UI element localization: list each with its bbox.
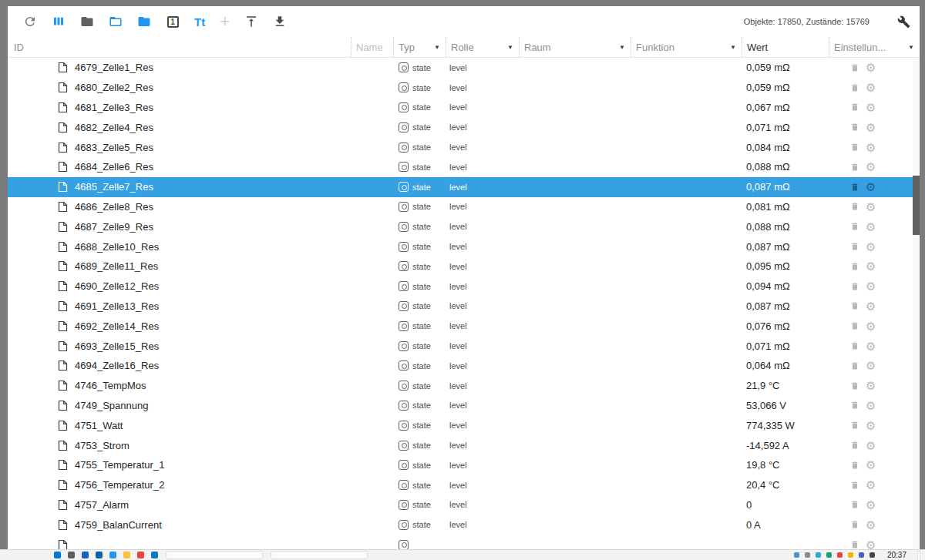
taskbar-app-icon[interactable] bbox=[54, 552, 61, 558]
filter-dropdown-icon[interactable]: ▼ bbox=[908, 44, 914, 51]
delete-icon[interactable] bbox=[850, 539, 859, 549]
delete-icon[interactable] bbox=[850, 440, 859, 451]
settings-gear-icon[interactable]: ⚙ bbox=[866, 519, 876, 531]
column-header-wert[interactable]: Wert bbox=[742, 37, 829, 57]
refresh-icon[interactable] bbox=[23, 15, 37, 29]
delete-icon[interactable] bbox=[850, 480, 859, 491]
settings-gear-icon[interactable]: ⚙ bbox=[866, 122, 876, 133]
settings-gear-icon[interactable]: ⚙ bbox=[866, 221, 876, 233]
table-row[interactable]: 4685_Zelle7_Res state level 0,087 mΩ ⚙ bbox=[8, 177, 920, 197]
delete-icon[interactable] bbox=[850, 182, 859, 193]
table-row[interactable]: 4751_Watt state level 774,335 W ⚙ bbox=[8, 415, 920, 435]
table-row[interactable]: 4690_Zelle12_Res state level 0,094 mΩ ⚙ bbox=[8, 277, 920, 297]
settings-gear-icon[interactable]: ⚙ bbox=[866, 360, 876, 371]
settings-gear-icon[interactable]: ⚙ bbox=[866, 142, 876, 153]
settings-gear-icon[interactable]: ⚙ bbox=[866, 400, 876, 411]
table-row[interactable]: ⚙ bbox=[8, 535, 920, 549]
table-row[interactable]: 4759_BalanCurrent state level 0 A ⚙ bbox=[8, 515, 920, 535]
taskbar-app-icon[interactable] bbox=[794, 552, 799, 558]
column-header-einstellungen[interactable]: Einstellun...▼ bbox=[829, 37, 920, 57]
columns-icon[interactable] bbox=[52, 15, 66, 29]
delete-icon[interactable] bbox=[850, 261, 859, 272]
table-row[interactable]: 4679_Zelle1_Res state level 0,059 mΩ ⚙ bbox=[8, 58, 920, 78]
filter-dropdown-icon[interactable]: ▼ bbox=[507, 44, 513, 51]
text-format-icon[interactable]: Tt bbox=[194, 15, 205, 29]
table-row[interactable]: 4746_TempMos state level 21,9 °C ⚙ bbox=[8, 376, 920, 396]
taskbar-app-icon[interactable] bbox=[151, 552, 158, 558]
settings-gear-icon[interactable]: ⚙ bbox=[866, 241, 876, 253]
folder-blue-icon[interactable] bbox=[137, 15, 151, 29]
delete-icon[interactable] bbox=[850, 519, 859, 530]
settings-gear-icon[interactable]: ⚙ bbox=[866, 181, 876, 193]
taskbar-app-icon[interactable] bbox=[123, 552, 130, 558]
delete-icon[interactable] bbox=[850, 381, 859, 391]
delete-icon[interactable] bbox=[850, 340, 859, 351]
table-row[interactable]: 4681_Zelle3_Res state level 0,067 mΩ ⚙ bbox=[8, 98, 920, 118]
filter-dropdown-icon[interactable]: ▼ bbox=[619, 44, 625, 51]
settings-gear-icon[interactable]: ⚙ bbox=[866, 102, 876, 113]
collapse-to-top-icon[interactable] bbox=[244, 15, 258, 29]
settings-gear-icon[interactable]: ⚙ bbox=[866, 440, 876, 451]
column-header-typ[interactable]: Typ▼ bbox=[393, 37, 446, 57]
folder-closed-icon[interactable] bbox=[80, 15, 94, 29]
table-row[interactable]: 4688_Zelle10_Res state level 0,087 mΩ ⚙ bbox=[8, 236, 920, 257]
taskbar-app-icon[interactable] bbox=[848, 552, 853, 558]
delete-icon[interactable] bbox=[850, 241, 859, 252]
column-header-raum[interactable]: Raum▼ bbox=[519, 37, 631, 57]
table-row[interactable]: 4682_Zelle4_Res state level 0,071 mΩ ⚙ bbox=[8, 117, 920, 137]
taskbar-app-icon[interactable] bbox=[870, 552, 875, 558]
table-row[interactable]: 4691_Zelle13_Res state level 0,087 mΩ ⚙ bbox=[8, 297, 920, 317]
column-header-name[interactable]: Name bbox=[351, 37, 393, 57]
delete-icon[interactable] bbox=[850, 460, 859, 471]
table-row[interactable]: 4749_Spannung state level 53,066 V ⚙ bbox=[8, 396, 920, 416]
taskbar-app-icon[interactable] bbox=[82, 552, 89, 558]
settings-gear-icon[interactable]: ⚙ bbox=[866, 260, 876, 272]
settings-gear-icon[interactable]: ⚙ bbox=[866, 201, 876, 213]
filter-dropdown-icon[interactable]: ▼ bbox=[730, 44, 736, 51]
settings-gear-icon[interactable]: ⚙ bbox=[866, 82, 876, 93]
settings-gear-icon[interactable]: ⚙ bbox=[866, 459, 876, 471]
delete-icon[interactable] bbox=[850, 281, 859, 292]
table-row[interactable]: 4693_Zelle15_Res state level 0,071 mΩ ⚙ bbox=[8, 336, 920, 356]
taskbar-app-icon[interactable] bbox=[805, 552, 810, 558]
delete-icon[interactable] bbox=[850, 162, 859, 173]
taskbar-window-button[interactable] bbox=[166, 551, 263, 559]
table-row[interactable]: 4680_Zelle2_Res state level 0,059 mΩ ⚙ bbox=[8, 78, 920, 98]
taskbar-window-button[interactable] bbox=[271, 551, 368, 559]
settings-gear-icon[interactable]: ⚙ bbox=[866, 320, 876, 332]
taskbar-app-icon[interactable] bbox=[816, 552, 821, 558]
taskbar-app-icon[interactable] bbox=[859, 552, 864, 558]
settings-gear-icon[interactable]: ⚙ bbox=[866, 380, 876, 391]
delete-icon[interactable] bbox=[850, 122, 859, 132]
delete-icon[interactable] bbox=[850, 420, 859, 431]
delete-icon[interactable] bbox=[850, 201, 859, 212]
taskbar-app-icon[interactable] bbox=[68, 552, 75, 558]
delete-icon[interactable] bbox=[850, 142, 859, 153]
table-row[interactable]: 4686_Zelle8_Res state level 0,081 mΩ ⚙ bbox=[8, 197, 920, 217]
taskbar-app-icon[interactable] bbox=[109, 552, 116, 558]
settings-gear-icon[interactable]: ⚙ bbox=[866, 539, 876, 549]
scrollbar-track[interactable] bbox=[913, 58, 920, 549]
table-row[interactable]: 4683_Zelle5_Res state level 0,084 mΩ ⚙ bbox=[8, 137, 920, 157]
settings-gear-icon[interactable]: ⚙ bbox=[866, 300, 876, 312]
delete-icon[interactable] bbox=[850, 221, 859, 232]
add-object-icon[interactable]: + bbox=[220, 15, 230, 29]
download-icon[interactable] bbox=[273, 15, 287, 29]
table-row[interactable]: 4687_Zelle9_Res state level 0,088 mΩ ⚙ bbox=[8, 216, 920, 236]
taskbar-app-icon[interactable] bbox=[826, 552, 832, 558]
table-row[interactable]: 4684_Zelle6_Res state level 0,088 mΩ ⚙ bbox=[8, 157, 920, 177]
taskbar-app-icon[interactable] bbox=[137, 552, 144, 558]
taskbar-app-icon[interactable] bbox=[96, 552, 103, 558]
column-header-funktion[interactable]: Funktion▼ bbox=[631, 37, 742, 57]
show-desktop-button[interactable] bbox=[917, 551, 920, 559]
delete-icon[interactable] bbox=[850, 62, 859, 73]
settings-gear-icon[interactable]: ⚙ bbox=[866, 499, 876, 511]
taskbar-app-icon[interactable] bbox=[837, 552, 843, 558]
settings-gear-icon[interactable]: ⚙ bbox=[866, 420, 876, 431]
table-row[interactable]: 4756_Temperatur_2 state level 20,4 °C ⚙ bbox=[8, 475, 920, 495]
delete-icon[interactable] bbox=[850, 499, 859, 510]
delete-icon[interactable] bbox=[850, 300, 859, 311]
taskbar-clock[interactable]: 20:37 bbox=[887, 551, 906, 559]
show-values-icon[interactable]: 1 bbox=[166, 15, 180, 29]
table-row[interactable]: 4755_Temperatur_1 state level 19,8 °C ⚙ bbox=[8, 455, 920, 475]
